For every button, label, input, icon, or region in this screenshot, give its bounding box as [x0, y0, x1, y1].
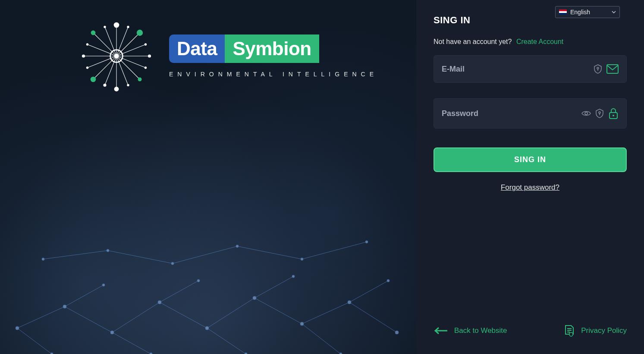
key-badge-icon	[594, 64, 602, 74]
svg-point-22	[63, 305, 66, 308]
svg-point-85	[613, 115, 614, 116]
svg-point-26	[253, 296, 256, 300]
svg-line-12	[207, 328, 246, 354]
svg-point-77	[104, 26, 106, 28]
password-field[interactable]: Password	[434, 98, 627, 128]
arrow-left-icon	[434, 326, 448, 335]
svg-line-1	[65, 307, 112, 332]
svg-point-23	[110, 331, 114, 334]
svg-point-81	[585, 112, 587, 115]
svg-line-60	[88, 44, 117, 56]
svg-point-62	[114, 22, 119, 28]
logo: Data Symbion ENVIRONMENTAL INTELLIGENCE	[78, 17, 378, 95]
svg-point-28	[348, 301, 351, 304]
svg-point-70	[127, 26, 129, 28]
language-select[interactable]: English	[555, 6, 620, 18]
svg-line-55	[116, 44, 146, 56]
svg-line-57	[116, 56, 128, 85]
email-field[interactable]: E-Mail	[434, 55, 627, 83]
logo-word1: Data	[169, 34, 225, 63]
back-to-website-link[interactable]: Back to Website	[434, 325, 507, 337]
svg-line-47	[116, 33, 140, 56]
svg-point-68	[82, 54, 85, 57]
logo-text: Data Symbion ENVIRONMENTAL INTELLIGENCE	[169, 34, 378, 78]
signin-button[interactable]: SING IN	[434, 147, 627, 172]
svg-line-15	[349, 281, 388, 302]
svg-line-3	[160, 302, 207, 328]
eye-icon[interactable]	[581, 110, 591, 117]
chevron-down-icon	[612, 11, 616, 13]
network-mesh-bg	[0, 173, 416, 354]
svg-point-67	[91, 77, 96, 82]
svg-rect-80	[607, 65, 618, 73]
svg-point-39	[107, 249, 109, 252]
no-account-text: Not have an account yet? Create Account	[434, 38, 627, 46]
svg-line-13	[254, 276, 293, 298]
svg-point-72	[145, 66, 147, 69]
svg-point-73	[127, 84, 129, 86]
svg-point-63	[137, 30, 143, 36]
svg-point-25	[205, 326, 209, 330]
svg-line-54	[116, 27, 128, 56]
svg-line-11	[160, 281, 198, 302]
key-badge-icon	[595, 109, 604, 118]
email-label: E-Mail	[442, 65, 465, 74]
svg-point-27	[300, 322, 304, 326]
uk-flag-icon	[559, 9, 567, 15]
signin-panel: English SING IN Not have an account yet?…	[416, 0, 644, 354]
svg-line-7	[349, 302, 397, 332]
svg-point-64	[148, 54, 151, 57]
logo-word2: Symbion	[225, 34, 319, 63]
password-label: Password	[442, 109, 478, 118]
svg-line-0	[17, 307, 65, 328]
svg-line-10	[112, 332, 151, 354]
svg-point-76	[86, 43, 88, 45]
svg-line-4	[207, 298, 254, 328]
svg-line-17	[108, 251, 173, 263]
document-shield-icon	[564, 325, 575, 337]
forgot-password-link[interactable]: Forgot password?	[434, 183, 627, 192]
svg-line-18	[173, 246, 237, 263]
svg-line-59	[88, 56, 117, 68]
svg-line-20	[302, 242, 367, 259]
svg-line-58	[105, 56, 116, 85]
svg-point-65	[138, 78, 142, 81]
svg-point-40	[171, 262, 174, 265]
svg-point-69	[91, 31, 96, 35]
svg-point-24	[158, 301, 161, 304]
svg-point-37	[387, 279, 390, 282]
svg-line-2	[112, 302, 160, 332]
svg-line-56	[116, 56, 146, 68]
svg-point-31	[102, 284, 105, 286]
mail-icon	[606, 64, 619, 74]
logo-subtitle: ENVIRONMENTAL INTELLIGENCE	[169, 71, 378, 78]
lock-icon	[608, 107, 619, 119]
svg-point-38	[42, 258, 44, 260]
svg-point-75	[86, 66, 88, 69]
svg-point-43	[365, 241, 368, 243]
logo-burst-icon	[78, 17, 155, 95]
svg-line-16	[43, 251, 108, 259]
svg-line-53	[93, 33, 116, 56]
svg-point-41	[236, 245, 239, 247]
svg-point-42	[301, 258, 303, 260]
svg-line-5	[254, 298, 302, 324]
svg-point-35	[292, 275, 295, 278]
svg-point-71	[145, 43, 147, 45]
svg-point-29	[395, 331, 399, 334]
svg-line-19	[237, 246, 302, 259]
svg-point-82	[599, 112, 600, 113]
language-current: English	[570, 9, 590, 16]
svg-line-14	[302, 324, 341, 354]
footer-links: Back to Website Privacy Policy	[434, 325, 627, 341]
svg-point-33	[197, 279, 200, 282]
svg-line-49	[116, 56, 140, 79]
privacy-policy-link[interactable]: Privacy Policy	[564, 325, 627, 337]
svg-point-74	[103, 84, 106, 87]
create-account-link[interactable]: Create Account	[516, 38, 563, 45]
svg-line-9	[65, 285, 104, 307]
svg-line-8	[17, 328, 52, 354]
svg-line-51	[93, 56, 116, 79]
svg-line-61	[105, 27, 116, 56]
svg-point-21	[16, 326, 19, 330]
